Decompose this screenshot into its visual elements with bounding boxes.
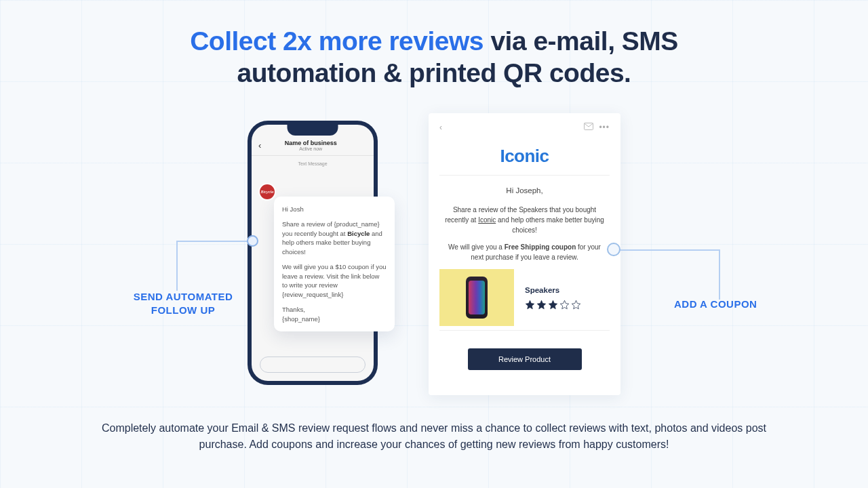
footer-text: Completely automate your Email & SMS rev…	[95, 420, 773, 453]
page-headline: Collect 2x more reviews via e-mail, SMS …	[129, 26, 739, 89]
callout-left: SEND AUTOMATED FOLLOW UP	[122, 290, 244, 317]
speaker-graphic	[466, 277, 488, 319]
sms-body-2: We will give you a $10 coupon if you lea…	[282, 262, 387, 300]
email-body: Hi Joseph, Share a review of the Speaker…	[439, 176, 610, 262]
connector-line-right	[617, 249, 720, 300]
connector-dot-left	[247, 235, 258, 247]
product-name: Speakers	[525, 286, 610, 294]
connector-line-left	[176, 241, 258, 291]
product-info: Speakers	[525, 286, 610, 310]
email-card: ‹ ••• Iconic Hi Joseph, Share a review o…	[429, 113, 620, 395]
phone-subtitle: Active now	[267, 146, 355, 151]
sms-bubble: Hi Josh Share a review of {product_name}…	[274, 197, 395, 331]
star-rating	[525, 300, 610, 310]
more-icon: •••	[599, 123, 610, 132]
message-type-label: Text Message	[252, 156, 374, 171]
email-toolbar: ‹ •••	[439, 123, 610, 135]
mail-icon	[584, 123, 593, 132]
connector-dot-right	[607, 243, 620, 256]
phone-text-input	[260, 357, 366, 373]
sms-signoff: Thanks, {shop_name}	[282, 305, 387, 324]
product-row: Speakers	[439, 269, 610, 331]
sms-body-1: Share a review of {product_name} you rec…	[282, 220, 387, 257]
email-line-2: We will give you a Free Shipping coupon …	[442, 242, 607, 262]
email-greeting: Hi Joseph,	[442, 185, 607, 197]
email-brand: Iconic	[439, 135, 610, 175]
phone-title: Name of business	[267, 140, 355, 146]
product-image	[439, 269, 514, 326]
headline-highlight: Collect 2x more reviews	[190, 26, 484, 56]
email-line-1: Share a review of the Speakers that you …	[442, 205, 607, 235]
star-icon	[548, 300, 558, 310]
phone-title-wrap: Name of business Active now	[267, 140, 355, 151]
star-icon	[559, 300, 570, 310]
star-icon	[525, 300, 535, 310]
phone-notch	[288, 125, 338, 136]
avatar-badge: Bicycle	[258, 183, 276, 201]
star-icon	[571, 300, 581, 310]
star-icon	[536, 300, 547, 310]
callout-right: ADD A COUPON	[674, 298, 757, 310]
sms-greeting: Hi Josh	[282, 205, 387, 214]
back-icon: ‹	[439, 123, 442, 132]
back-icon: ‹	[258, 140, 261, 150]
review-product-button[interactable]: Review Product	[468, 348, 582, 370]
